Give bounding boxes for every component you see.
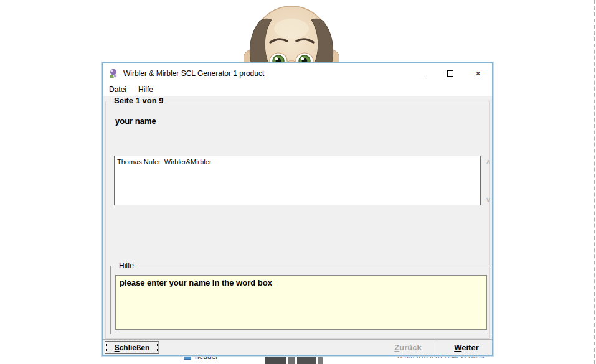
help-group-title: Hilfe: [116, 261, 136, 270]
close-button[interactable]: Schließen: [105, 341, 159, 354]
app-icon: [108, 68, 119, 78]
client-area: Seite 1 von 9 your name Thomas Nufer Wir…: [103, 96, 492, 355]
scroll-up-icon[interactable]: ∧: [483, 157, 493, 166]
footer-divider: [438, 340, 438, 355]
mascot-head-image: [244, 5, 339, 65]
page-group-title: Seite 1 von 9: [111, 96, 166, 105]
name-input[interactable]: Thomas Nufer Wirbler&Mirbler: [114, 156, 481, 205]
help-text: please enter your name in the word box: [115, 275, 487, 330]
minimize-icon: [419, 75, 425, 75]
help-group-box: Hilfe please enter your name in the word…: [110, 266, 491, 334]
mascot-shoes-image: [265, 357, 323, 364]
desktop-edge-line: [594, 0, 595, 364]
scroll-down-icon[interactable]: ∨: [483, 195, 493, 204]
close-icon: ×: [475, 69, 480, 78]
footer-bar: Schließen Zurück Weiter: [103, 339, 492, 355]
next-button[interactable]: Weiter: [439, 341, 494, 354]
question-label: your name: [115, 116, 156, 126]
menu-item-datei[interactable]: Datei: [109, 85, 126, 94]
back-button: Zurück: [377, 341, 439, 354]
wizard-window: Wirbler & Mirbler SCL Generator 1 produc…: [102, 62, 493, 356]
window-title: Wirbler & Mirbler SCL Generator 1 produc…: [123, 69, 264, 78]
maximize-button[interactable]: [436, 63, 464, 83]
close-window-button[interactable]: ×: [464, 63, 492, 83]
minimize-button[interactable]: [408, 63, 436, 83]
menubar: Datei Hilfe: [103, 83, 492, 96]
maximize-icon: [447, 70, 453, 77]
titlebar[interactable]: Wirbler & Mirbler SCL Generator 1 produc…: [103, 63, 492, 83]
menu-item-hilfe[interactable]: Hilfe: [138, 85, 153, 94]
close-button-label: Schließen: [106, 343, 158, 352]
